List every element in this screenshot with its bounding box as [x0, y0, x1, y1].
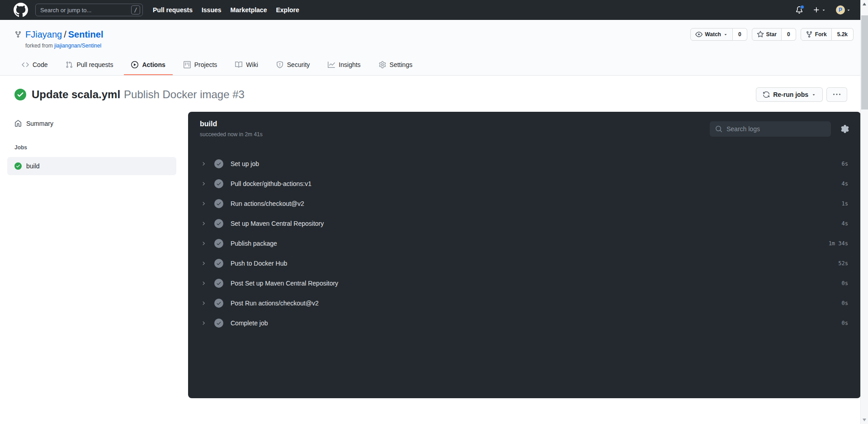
fork-button[interactable]: Fork: [801, 28, 832, 41]
run-title: Update scala.ymlPublish Docker image #3: [32, 88, 245, 101]
log-panel-header: build succeeded now in 2m 41s: [188, 112, 861, 144]
chevron-right-icon[interactable]: [201, 241, 206, 246]
step-row-pull-docker[interactable]: Pull docker/github-actions:v1 4s: [188, 176, 861, 192]
global-search: /: [35, 4, 143, 16]
repo-name-link[interactable]: Sentinel: [68, 29, 104, 39]
slash-key-hint: /: [131, 5, 140, 14]
tab-code[interactable]: Code: [14, 55, 55, 75]
github-logo-icon[interactable]: [14, 3, 28, 17]
step-success-icon: [214, 259, 223, 268]
vertical-scrollbar[interactable]: [860, 0, 868, 424]
step-name: Post Set up Maven Central Repository: [231, 280, 338, 287]
summary-label: Summary: [26, 120, 53, 127]
home-icon: [14, 120, 22, 127]
step-row-setup-maven[interactable]: Set up Maven Central Repository 4s: [188, 215, 861, 232]
step-success-icon: [214, 279, 223, 288]
step-duration: 4s: [842, 181, 848, 187]
chevron-right-icon[interactable]: [201, 300, 206, 306]
repo-action-buttons: Watch 0 Star 0 Fork 5.2k: [690, 28, 854, 41]
star-count[interactable]: 0: [782, 28, 796, 41]
chevron-right-icon[interactable]: [201, 181, 206, 186]
tab-label: Pull requests: [76, 61, 113, 68]
eye-icon: [695, 31, 703, 38]
log-search-input[interactable]: [726, 125, 826, 133]
panel-job-status: succeeded now in 2m 41s: [200, 131, 263, 138]
play-icon: [131, 61, 138, 68]
step-name: Post Run actions/checkout@v2: [231, 300, 319, 307]
job-success-icon: [14, 162, 22, 170]
step-success-icon: [214, 199, 223, 208]
step-row-checkout[interactable]: Run actions/checkout@v2 1s: [188, 195, 861, 212]
tab-label: Settings: [390, 61, 413, 68]
chevron-right-icon[interactable]: [201, 221, 206, 226]
rerun-jobs-button[interactable]: Re-run jobs: [756, 87, 823, 102]
step-name: Set up Maven Central Repository: [231, 220, 324, 227]
step-success-icon: [214, 239, 223, 248]
tab-label: Security: [287, 61, 310, 68]
graph-icon: [328, 61, 335, 68]
scrollbar-down-arrow[interactable]: [863, 419, 866, 421]
step-success-icon: [214, 179, 223, 188]
log-search: [710, 121, 831, 137]
nav-explore[interactable]: Explore: [276, 6, 299, 14]
chevron-right-icon[interactable]: [201, 161, 206, 167]
step-row-post-setup-maven[interactable]: Post Set up Maven Central Repository 0s: [188, 275, 861, 291]
create-new-menu[interactable]: [813, 6, 826, 14]
repo-tabs: Code Pull requests Actions Projects Wiki…: [14, 55, 854, 75]
step-row-push-docker-hub[interactable]: Push to Docker Hub 52s: [188, 255, 861, 272]
watch-button[interactable]: Watch: [690, 28, 733, 41]
jobs-heading: Jobs: [7, 144, 176, 151]
step-duration: 6s: [842, 161, 848, 167]
log-settings-gear-icon[interactable]: [841, 125, 849, 133]
chevron-right-icon[interactable]: [201, 201, 206, 206]
tab-wiki[interactable]: Wiki: [228, 55, 265, 75]
tab-settings[interactable]: Settings: [372, 55, 420, 75]
breadcrumb-separator: /: [62, 29, 68, 39]
step-success-icon: [214, 219, 223, 228]
step-row-publish-package[interactable]: Publish package 1m 34s: [188, 235, 861, 252]
steps-list: Set up job 6s Pull docker/github-actions…: [188, 144, 861, 331]
forked-from-link[interactable]: jiajiangnan/Sentinel: [54, 43, 101, 49]
step-row-post-checkout[interactable]: Post Run actions/checkout@v2 0s: [188, 295, 861, 311]
forked-from-note: forked from jiajiangnan/Sentinel: [25, 43, 854, 49]
chevron-right-icon[interactable]: [201, 261, 206, 266]
search-icon: [715, 125, 722, 133]
step-row-setup-job[interactable]: Set up job 6s: [188, 156, 861, 172]
step-duration: 0s: [842, 300, 848, 306]
search-input[interactable]: [35, 4, 143, 16]
nav-pull-requests[interactable]: Pull requests: [153, 6, 193, 14]
sidebar-item-summary[interactable]: Summary: [7, 116, 176, 131]
code-icon: [22, 61, 29, 68]
star-button[interactable]: Star: [752, 28, 782, 41]
step-name: Complete job: [231, 319, 268, 327]
tab-security[interactable]: Security: [269, 55, 317, 75]
step-name: Push to Docker Hub: [231, 260, 287, 267]
tab-pull-requests[interactable]: Pull requests: [58, 55, 120, 75]
chevron-down-icon: [723, 32, 728, 37]
tab-projects[interactable]: Projects: [176, 55, 225, 75]
nav-marketplace[interactable]: Marketplace: [231, 6, 267, 14]
chevron-right-icon[interactable]: [201, 320, 206, 326]
scrollbar-up-arrow[interactable]: [863, 3, 866, 5]
user-menu[interactable]: P: [836, 5, 851, 14]
step-row-complete-job[interactable]: Complete job 0s: [188, 315, 861, 331]
scrollbar-thumb[interactable]: [861, 15, 868, 110]
forked-from-prefix: forked from: [25, 43, 53, 49]
watch-count[interactable]: 0: [733, 28, 747, 41]
run-options-kebab-button[interactable]: [826, 87, 847, 102]
nav-issues[interactable]: Issues: [202, 6, 222, 14]
tab-label: Projects: [194, 61, 217, 68]
fork-count[interactable]: 5.2k: [832, 28, 854, 41]
star-label: Star: [766, 31, 777, 38]
watch-label: Watch: [705, 31, 721, 38]
repo-owner-link[interactable]: FJiayang: [25, 29, 62, 39]
chevron-right-icon[interactable]: [201, 281, 206, 286]
step-name: Pull docker/github-actions:v1: [231, 180, 311, 187]
header-nav: Pull requests Issues Marketplace Explore: [153, 6, 299, 14]
star-button-group: Star 0: [752, 28, 796, 41]
header-right-controls: P: [796, 5, 851, 14]
sidebar-job-build[interactable]: build: [7, 157, 176, 175]
notifications-bell-icon[interactable]: [796, 6, 803, 14]
tab-actions[interactable]: Actions: [124, 55, 172, 75]
tab-insights[interactable]: Insights: [321, 55, 368, 75]
